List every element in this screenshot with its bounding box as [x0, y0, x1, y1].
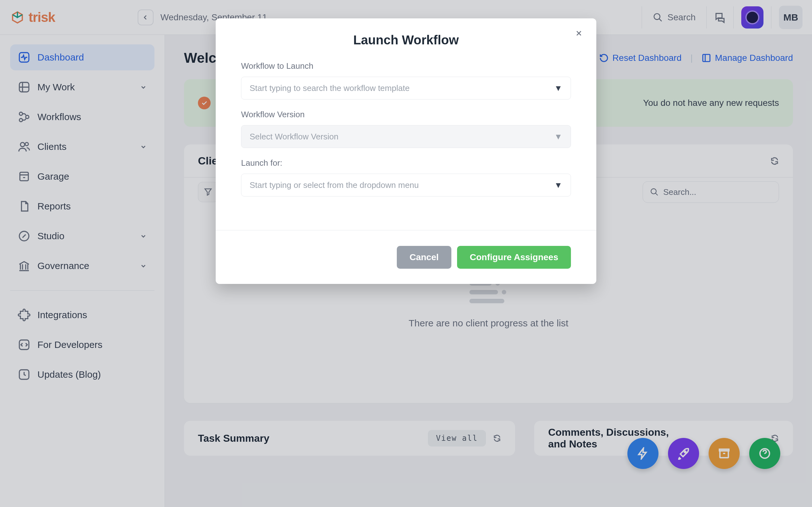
modal-footer: Cancel Configure Assignees — [216, 230, 596, 284]
caret-down-icon: ▼ — [554, 180, 562, 190]
field-placeholder: Start typing or select from the dropdown… — [250, 180, 419, 190]
cancel-button[interactable]: Cancel — [397, 246, 451, 269]
modal-overlay[interactable]: Launch Workflow Workflow to Launch Start… — [0, 0, 812, 507]
caret-down-icon: ▼ — [554, 132, 562, 142]
field-placeholder: Select Workflow Version — [250, 132, 339, 142]
launch-for-select[interactable]: Start typing or select from the dropdown… — [241, 174, 571, 196]
caret-down-icon: ▼ — [554, 83, 562, 93]
configure-assignees-button[interactable]: Configure Assignees — [457, 246, 571, 269]
workflow-template-select[interactable]: Start typing to search the workflow temp… — [241, 77, 571, 100]
field-placeholder: Start typing to search the workflow temp… — [250, 83, 409, 93]
close-icon — [575, 29, 583, 38]
workflow-field-label: Workflow to Launch — [241, 61, 571, 71]
version-field-label: Workflow Version — [241, 110, 571, 119]
launch-for-field-label: Launch for: — [241, 158, 571, 168]
modal-title: Launch Workflow — [216, 18, 596, 60]
modal-body: Workflow to Launch Start typing to searc… — [216, 60, 596, 196]
workflow-version-select[interactable]: Select Workflow Version ▼ — [241, 125, 571, 148]
launch-workflow-modal: Launch Workflow Workflow to Launch Start… — [216, 18, 596, 284]
close-button[interactable] — [575, 29, 583, 38]
